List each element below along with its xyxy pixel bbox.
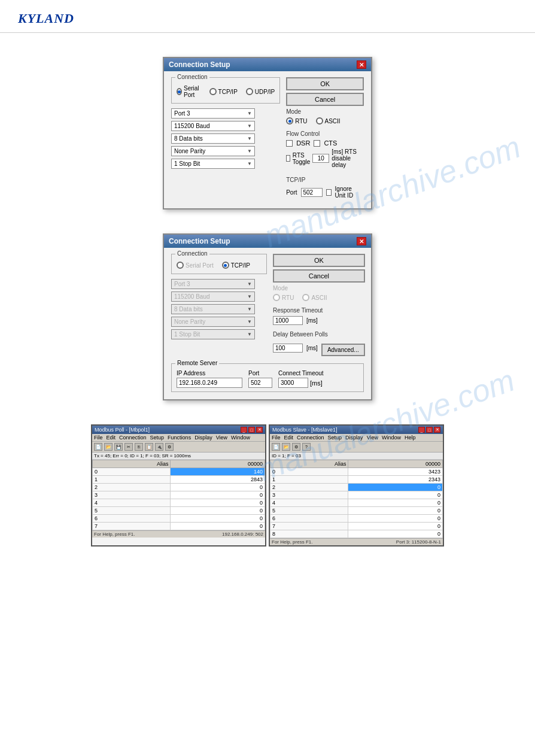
connect-timeout-input[interactable] — [278, 378, 308, 388]
poll-row-num: 1 — [93, 476, 171, 484]
slave-close-btn[interactable]: ✕ — [434, 427, 440, 433]
parity-dropdown[interactable]: None Parity ▼ — [171, 146, 255, 156]
toolbar-connect[interactable]: 🔌 — [155, 443, 163, 451]
ignore-unit-id-checkbox[interactable] — [326, 189, 332, 196]
delay-polls-section: Delay Between Polls [ms] Advanced... — [273, 331, 365, 356]
menu-functions[interactable]: Functions — [168, 435, 191, 441]
dialog2-close-button[interactable]: ✕ — [357, 237, 366, 245]
databits-dropdown[interactable]: 8 Data bits ▼ — [171, 133, 255, 144]
poll-minimize-btn[interactable]: _ — [241, 427, 247, 433]
slave-col-addr: 00000 — [348, 460, 443, 468]
toolbar-open[interactable]: 📂 — [104, 443, 113, 451]
menu-view[interactable]: View — [216, 435, 227, 441]
slave-minimize-btn[interactable]: _ — [418, 427, 425, 433]
toolbar-cut[interactable]: ✂ — [124, 443, 133, 451]
slave-toolbar-new[interactable]: 📄 — [272, 443, 280, 451]
slave-toolbar-help[interactable]: ? — [302, 443, 311, 451]
port-input[interactable] — [301, 188, 323, 197]
dsr-checkbox[interactable] — [286, 140, 293, 147]
response-timeout-input[interactable] — [273, 316, 303, 325]
response-timeout-unit: [ms] — [306, 317, 318, 324]
dialog2-port-label: Port — [248, 370, 272, 377]
poll-table-row: 30 — [93, 491, 265, 499]
slave-maximize-btn[interactable]: □ — [426, 427, 433, 433]
menu-display[interactable]: Display — [194, 435, 212, 441]
slave-toolbar-open[interactable]: 📂 — [282, 443, 290, 451]
baud-dropdown[interactable]: 115200 Baud ▼ — [171, 121, 255, 131]
poll-row-num: 7 — [93, 523, 171, 530]
dialog2-stopbit-dropdown[interactable]: 1 Stop Bit ▼ — [171, 329, 255, 339]
response-timeout-section: Response Timeout [ms] — [273, 307, 365, 325]
menu-edit[interactable]: Edit — [107, 435, 116, 441]
poll-row-value: 0 — [171, 507, 265, 515]
cancel-button[interactable]: Cancel — [286, 93, 364, 106]
rts-toggle-checkbox[interactable] — [286, 155, 290, 162]
poll-close-btn[interactable]: ✕ — [256, 427, 263, 433]
menu-connection[interactable]: Connection — [119, 435, 147, 441]
slave-menu-connection[interactable]: Connection — [297, 435, 324, 441]
connect-timeout-col: Connect Timeout [ms] — [278, 370, 324, 388]
slave-menu-setup[interactable]: Setup — [328, 435, 342, 441]
dialog2-ascii-radio[interactable]: ASCII — [302, 294, 327, 301]
ok-button[interactable]: OK — [286, 77, 364, 90]
dialog2-databits-row: 8 Data bits ▼ — [171, 304, 267, 314]
dialog2-serial-radio-dot — [177, 262, 184, 269]
slave-menu-edit[interactable]: Edit — [284, 435, 294, 441]
dialog1-title: Connection Setup — [169, 60, 230, 69]
slave-row-value: 0 — [348, 484, 443, 491]
advanced-button[interactable]: Advanced... — [321, 344, 365, 356]
toolbar-new[interactable]: 📄 — [94, 443, 102, 451]
menu-setup[interactable]: Setup — [150, 435, 165, 441]
slave-menu-file[interactable]: File — [272, 435, 281, 441]
dialog2-port-dropdown[interactable]: Port 3 ▼ — [171, 279, 255, 289]
toolbar-copy[interactable]: ⎘ — [135, 443, 143, 451]
port-label: Port — [286, 189, 297, 196]
dialog2-port-input[interactable] — [248, 378, 272, 388]
dialog2-mode-label: Mode — [273, 285, 365, 292]
slave-menu-help[interactable]: Help — [405, 435, 416, 441]
slave-menu-window[interactable]: Window — [382, 435, 401, 441]
toolbar-save[interactable]: 💾 — [114, 443, 123, 451]
poll-maximize-btn[interactable]: □ — [248, 427, 255, 433]
port-dropdown[interactable]: Port 3 ▼ — [171, 108, 255, 119]
delay-polls-input[interactable] — [273, 344, 303, 353]
dialog2-serial-radio[interactable]: Serial Port — [177, 262, 214, 269]
dialog2-port-row: Port 3 ▼ — [171, 279, 267, 289]
parity-dropdown-row: None Parity ▼ — [171, 146, 280, 156]
ip-address-col: IP Address — [177, 370, 242, 388]
cts-checkbox[interactable] — [314, 140, 320, 147]
dialog2-parity-dropdown[interactable]: None Parity ▼ — [171, 317, 255, 327]
slave-toolbar-settings[interactable]: ⚙ — [292, 443, 300, 451]
poll-table-row: 60 — [93, 515, 265, 523]
dialog2-ascii-dot — [302, 294, 309, 301]
dialog2-databits-dropdown[interactable]: 8 Data bits ▼ — [171, 304, 255, 314]
rtu-radio[interactable]: RTU — [286, 117, 307, 125]
slave-menu-view[interactable]: View — [367, 435, 378, 441]
stopbit-dropdown[interactable]: 1 Stop Bit ▼ — [171, 159, 255, 169]
poll-table-row: 70 — [93, 523, 265, 530]
dialog1-close-button[interactable]: ✕ — [357, 60, 366, 69]
slave-row-num: 7 — [270, 523, 348, 530]
dialog2-baud-dropdown[interactable]: 115200 Baud ▼ — [171, 292, 255, 302]
toolbar-settings[interactable]: ⚙ — [165, 443, 174, 451]
modbus-poll-titlebar: Modbus Poll - [Mbpol1] _ □ ✕ — [92, 426, 265, 434]
dialog2-rtu-radio[interactable]: RTU — [273, 294, 294, 301]
poll-row-num: 0 — [93, 468, 171, 476]
tcpip-radio[interactable]: TCP/IP — [209, 88, 238, 95]
modbus-poll-table: Alias 00000 014012843203040506070 — [92, 460, 265, 530]
ascii-radio[interactable]: ASCII — [316, 117, 341, 125]
dialog2-ok-button[interactable]: OK — [273, 254, 365, 267]
dialog2-cancel-button[interactable]: Cancel — [273, 269, 365, 283]
serial-port-radio[interactable]: Serial Port — [177, 85, 201, 98]
menu-file[interactable]: File — [94, 435, 103, 441]
tcpip-section-label: TCP/IP — [286, 177, 364, 183]
dialog2-stopbit-arrow: ▼ — [247, 332, 252, 337]
mode-label: Mode — [286, 108, 364, 115]
toolbar-paste[interactable]: 📋 — [145, 443, 153, 451]
slave-menu-display[interactable]: Display — [345, 435, 363, 441]
rts-delay-input[interactable] — [312, 154, 329, 163]
udpip-radio[interactable]: UDP/IP — [246, 88, 275, 95]
ip-address-input[interactable] — [177, 378, 242, 388]
menu-window[interactable]: Window — [231, 435, 250, 441]
dialog2-tcpip-radio[interactable]: TCP/IP — [222, 262, 250, 269]
